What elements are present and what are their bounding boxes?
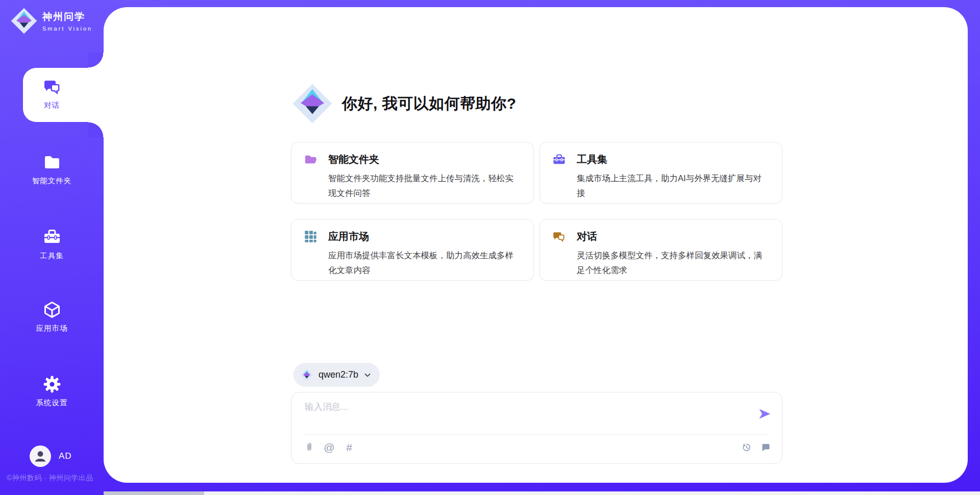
- sidebar-item-chat[interactable]: 对话: [0, 77, 104, 110]
- brand: 神州问学 Smart Vision: [10, 7, 92, 35]
- brand-text: 神州问学 Smart Vision: [42, 10, 92, 32]
- mention-icon[interactable]: @: [324, 440, 335, 454]
- toolbox-icon: [552, 153, 566, 166]
- card-title: 智能文件夹: [328, 153, 379, 166]
- user-account[interactable]: AD: [30, 445, 72, 467]
- card-title: 工具集: [577, 153, 607, 166]
- grid-cube-icon: [304, 230, 317, 243]
- composer-tools-left: @ #: [304, 440, 355, 454]
- card-toolset[interactable]: 工具集 集成市场上主流工具，助力AI与外界无缝扩展与对接: [540, 142, 782, 204]
- horizontal-scrollbar-track[interactable]: [104, 491, 980, 495]
- hashtag-icon[interactable]: #: [344, 440, 355, 454]
- chat-icon: [552, 230, 566, 243]
- card-header: 应用市场: [304, 230, 521, 243]
- card-title: 对话: [577, 230, 597, 243]
- message-composer: @ #: [291, 392, 782, 464]
- sidebar-item-label: 对话: [0, 101, 104, 110]
- sidebar-item-label: 应用市场: [0, 324, 104, 333]
- model-name: qwen2:7b: [318, 369, 358, 380]
- sidebar-item-app-market[interactable]: 应用市场: [0, 300, 104, 333]
- model-selector[interactable]: qwen2:7b: [293, 363, 380, 387]
- brand-subtitle: Smart Vision: [42, 26, 92, 32]
- greeting-diamond-logo-icon: [291, 83, 333, 125]
- sidebar-item-settings[interactable]: 系统设置: [0, 374, 104, 408]
- brand-name: 神州问学: [42, 10, 92, 23]
- gear-icon: [42, 374, 62, 394]
- chevron-down-icon: [363, 371, 372, 379]
- folder-open-icon: [304, 153, 317, 166]
- sidebar-item-label: 工具集: [0, 251, 104, 261]
- sidebar: 神州问学 Smart Vision 对话 智能文件夹 工具集: [0, 0, 104, 495]
- user-initials: AD: [59, 451, 72, 461]
- card-smart-folder[interactable]: 智能文件夹 智能文件夹功能支持批量文件上传与清洗，轻松实现文件问答: [291, 142, 534, 204]
- greeting-block: 你好, 我可以如何帮助你?: [291, 83, 517, 125]
- card-description: 灵活切换多模型文件，支持多样回复效果调试，满足个性化需求: [577, 248, 770, 278]
- card-description: 应用市场提供丰富长文本模板，助力高效生成多样化文章内容: [328, 248, 521, 278]
- cube-icon: [42, 300, 62, 320]
- avatar: [30, 445, 51, 467]
- tab-connector-top: [88, 53, 104, 68]
- attach-file-icon[interactable]: [304, 440, 315, 454]
- composer-tools-right: [741, 440, 771, 454]
- card-header: 对话: [552, 230, 770, 243]
- card-title: 应用市场: [328, 230, 369, 243]
- feedback-chat-icon[interactable]: [760, 440, 771, 454]
- sidebar-item-smart-folder[interactable]: 智能文件夹: [0, 152, 104, 186]
- horizontal-scrollbar-thumb[interactable]: [104, 491, 204, 495]
- card-header: 智能文件夹: [304, 153, 521, 166]
- card-description: 集成市场上主流工具，助力AI与外界无缝扩展与对接: [577, 171, 770, 201]
- greeting-text: 你好, 我可以如何帮助你?: [342, 93, 517, 114]
- message-input[interactable]: [304, 400, 745, 432]
- model-diamond-logo-icon: [300, 368, 313, 382]
- sidebar-item-label: 系统设置: [0, 398, 104, 408]
- folder-icon: [42, 152, 62, 172]
- toolbox-icon: [42, 227, 62, 247]
- card-chat[interactable]: 对话 灵活切换多模型文件，支持多样回复效果调试，满足个性化需求: [540, 219, 782, 281]
- card-description: 智能文件夹功能支持批量文件上传与清洗，轻松实现文件问答: [328, 171, 521, 201]
- sidebar-item-toolset[interactable]: 工具集: [0, 227, 104, 261]
- history-icon[interactable]: [741, 440, 752, 454]
- feature-cards: 智能文件夹 智能文件夹功能支持批量文件上传与清洗，轻松实现文件问答 工具集 集成…: [291, 142, 782, 281]
- send-icon[interactable]: [757, 407, 772, 421]
- card-header: 工具集: [552, 153, 770, 166]
- tab-connector-bottom: [88, 122, 104, 137]
- composer-divider: [304, 434, 769, 435]
- sidebar-item-label: 智能文件夹: [0, 176, 104, 186]
- chat-icon: [42, 77, 62, 97]
- copyright-footer: ©神州数码 · 神州问学出品: [7, 474, 93, 483]
- card-app-market[interactable]: 应用市场 应用市场提供丰富长文本模板，助力高效生成多样化文章内容: [291, 219, 534, 281]
- brand-diamond-logo-icon: [10, 7, 38, 35]
